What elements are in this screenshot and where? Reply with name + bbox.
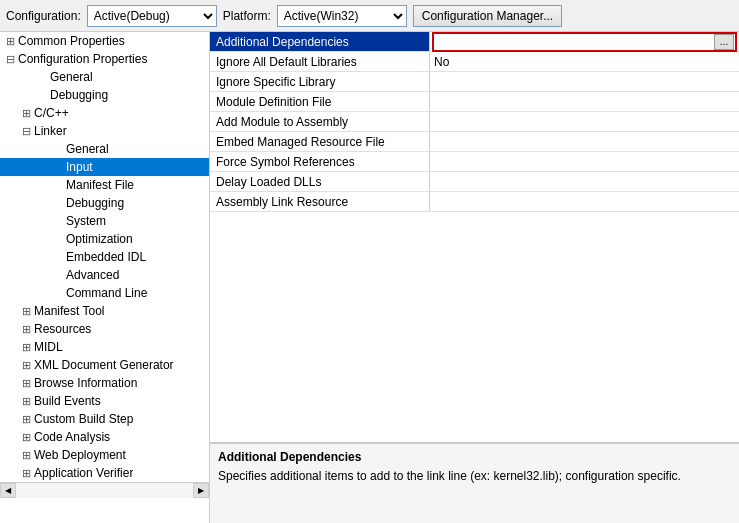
platform-select[interactable]: Active(Win32) bbox=[277, 5, 407, 27]
tree-item-linker-system[interactable]: System bbox=[0, 212, 209, 230]
tree-item-manifest-tool[interactable]: ⊞Manifest Tool bbox=[0, 302, 209, 320]
scroll-track[interactable] bbox=[16, 483, 193, 498]
tree-item-linker-manifest[interactable]: Manifest File bbox=[0, 176, 209, 194]
tree-item-app-verifier[interactable]: ⊞Application Verifier bbox=[0, 464, 209, 482]
prop-value-assembly-link bbox=[430, 192, 739, 211]
tree-item-linker-optimization[interactable]: Optimization bbox=[0, 230, 209, 248]
tree-label-linker-embedded-idl: Embedded IDL bbox=[66, 250, 146, 264]
tree-item-linker-general[interactable]: General bbox=[0, 140, 209, 158]
config-label: Configuration: bbox=[6, 9, 81, 23]
tree-expander-manifest-tool[interactable]: ⊞ bbox=[18, 305, 34, 318]
tree-expander-common-properties[interactable]: ⊞ bbox=[2, 35, 18, 48]
tree-item-web-deployment[interactable]: ⊞Web Deployment bbox=[0, 446, 209, 464]
description-panel: Additional Dependencies Specifies additi… bbox=[210, 443, 739, 523]
prop-name-module-definition: Module Definition File bbox=[210, 92, 430, 111]
tree-expander-web-deployment[interactable]: ⊞ bbox=[18, 449, 34, 462]
tree-label-web-deployment: Web Deployment bbox=[34, 448, 126, 462]
config-select[interactable]: Active(Debug) bbox=[87, 5, 217, 27]
prop-row-force-symbol[interactable]: Force Symbol References bbox=[210, 152, 739, 172]
prop-value-module-definition bbox=[430, 92, 739, 111]
scroll-right-button[interactable]: ▶ bbox=[193, 483, 209, 498]
tree-expander-app-verifier[interactable]: ⊞ bbox=[18, 467, 34, 480]
tree-expander-configuration-properties[interactable]: ⊟ bbox=[2, 53, 18, 66]
active-input-wrapper: ... bbox=[432, 32, 737, 52]
tree-label-common-properties: Common Properties bbox=[18, 34, 125, 48]
tree-label-custom-build-step: Custom Build Step bbox=[34, 412, 133, 426]
prop-name-delay-loaded: Delay Loaded DLLs bbox=[210, 172, 430, 191]
tree-label-debugging: Debugging bbox=[50, 88, 108, 102]
prop-row-delay-loaded[interactable]: Delay Loaded DLLs bbox=[210, 172, 739, 192]
tree-expander-xml-doc-gen[interactable]: ⊞ bbox=[18, 359, 34, 372]
prop-value-additional-dependencies[interactable]: ... bbox=[430, 32, 739, 51]
tree-label-general: General bbox=[50, 70, 93, 84]
tree-item-midl[interactable]: ⊞MIDL bbox=[0, 338, 209, 356]
prop-row-ignore-specific[interactable]: Ignore Specific Library bbox=[210, 72, 739, 92]
tree-item-linker-debugging[interactable]: Debugging bbox=[0, 194, 209, 212]
tree-label-midl: MIDL bbox=[34, 340, 63, 354]
tree-expander-build-events[interactable]: ⊞ bbox=[18, 395, 34, 408]
tree-expander-midl[interactable]: ⊞ bbox=[18, 341, 34, 354]
prop-value-delay-loaded bbox=[430, 172, 739, 191]
tree-item-linker-embedded-idl[interactable]: Embedded IDL bbox=[0, 248, 209, 266]
prop-row-additional-dependencies[interactable]: Additional Dependencies... bbox=[210, 32, 739, 52]
tree-label-linker-manifest: Manifest File bbox=[66, 178, 134, 192]
prop-row-module-definition[interactable]: Module Definition File bbox=[210, 92, 739, 112]
tree-item-xml-doc-gen[interactable]: ⊞XML Document Generator bbox=[0, 356, 209, 374]
tree-label-browse-info: Browse Information bbox=[34, 376, 137, 390]
tree-label-build-events: Build Events bbox=[34, 394, 101, 408]
tree-item-general[interactable]: General bbox=[0, 68, 209, 86]
tree-item-debugging[interactable]: Debugging bbox=[0, 86, 209, 104]
tree-panel: ⊞Common Properties⊟Configuration Propert… bbox=[0, 32, 210, 523]
tree-label-linker: Linker bbox=[34, 124, 67, 138]
tree-item-code-analysis[interactable]: ⊞Code Analysis bbox=[0, 428, 209, 446]
tree-item-custom-build-step[interactable]: ⊞Custom Build Step bbox=[0, 410, 209, 428]
tree-expander-cpp[interactable]: ⊞ bbox=[18, 107, 34, 120]
prop-row-ignore-all-default[interactable]: Ignore All Default LibrariesNo bbox=[210, 52, 739, 72]
tree-label-cpp: C/C++ bbox=[34, 106, 69, 120]
tree-item-build-events[interactable]: ⊞Build Events bbox=[0, 392, 209, 410]
prop-name-embed-managed: Embed Managed Resource File bbox=[210, 132, 430, 151]
tree-label-linker-advanced: Advanced bbox=[66, 268, 119, 282]
tree-expander-code-analysis[interactable]: ⊞ bbox=[18, 431, 34, 444]
prop-value-add-module bbox=[430, 112, 739, 131]
prop-name-additional-dependencies: Additional Dependencies bbox=[210, 32, 430, 51]
tree-expander-browse-info[interactable]: ⊞ bbox=[18, 377, 34, 390]
config-manager-button[interactable]: Configuration Manager... bbox=[413, 5, 562, 27]
prop-name-add-module: Add Module to Assembly bbox=[210, 112, 430, 131]
ellipsis-button-additional-dependencies[interactable]: ... bbox=[714, 34, 734, 50]
tree-label-configuration-properties: Configuration Properties bbox=[18, 52, 147, 66]
tree-label-linker-commandline: Command Line bbox=[66, 286, 147, 300]
tree-item-cpp[interactable]: ⊞C/C++ bbox=[0, 104, 209, 122]
tree-label-linker-optimization: Optimization bbox=[66, 232, 133, 246]
tree-item-linker-commandline[interactable]: Command Line bbox=[0, 284, 209, 302]
horizontal-scrollbar[interactable]: ◀ ▶ bbox=[0, 482, 209, 498]
main-container: ⊞Common Properties⊟Configuration Propert… bbox=[0, 32, 739, 523]
tree-item-resources[interactable]: ⊞Resources bbox=[0, 320, 209, 338]
tree-expander-linker[interactable]: ⊟ bbox=[18, 125, 34, 138]
tree-expander-custom-build-step[interactable]: ⊞ bbox=[18, 413, 34, 426]
prop-value-embed-managed bbox=[430, 132, 739, 151]
toolbar: Configuration: Active(Debug) Platform: A… bbox=[0, 0, 739, 32]
tree-label-resources: Resources bbox=[34, 322, 91, 336]
tree-item-linker-advanced[interactable]: Advanced bbox=[0, 266, 209, 284]
tree-item-linker[interactable]: ⊟Linker bbox=[0, 122, 209, 140]
scroll-left-button[interactable]: ◀ bbox=[0, 483, 16, 498]
tree-expander-resources[interactable]: ⊞ bbox=[18, 323, 34, 336]
right-panel: Additional Dependencies...Ignore All Def… bbox=[210, 32, 739, 523]
tree-label-linker-system: System bbox=[66, 214, 106, 228]
prop-row-add-module[interactable]: Add Module to Assembly bbox=[210, 112, 739, 132]
tree-label-app-verifier: Application Verifier bbox=[34, 466, 133, 480]
tree-item-linker-input[interactable]: Input bbox=[0, 158, 209, 176]
tree-item-configuration-properties[interactable]: ⊟Configuration Properties bbox=[0, 50, 209, 68]
prop-row-assembly-link[interactable]: Assembly Link Resource bbox=[210, 192, 739, 212]
description-title: Additional Dependencies bbox=[218, 450, 731, 464]
prop-input-additional-dependencies[interactable] bbox=[434, 34, 714, 50]
prop-value-ignore-specific bbox=[430, 72, 739, 91]
tree-label-code-analysis: Code Analysis bbox=[34, 430, 110, 444]
prop-name-ignore-specific: Ignore Specific Library bbox=[210, 72, 430, 91]
prop-name-assembly-link: Assembly Link Resource bbox=[210, 192, 430, 211]
tree-item-browse-info[interactable]: ⊞Browse Information bbox=[0, 374, 209, 392]
description-text: Specifies additional items to add to the… bbox=[218, 468, 731, 485]
tree-item-common-properties[interactable]: ⊞Common Properties bbox=[0, 32, 209, 50]
prop-row-embed-managed[interactable]: Embed Managed Resource File bbox=[210, 132, 739, 152]
